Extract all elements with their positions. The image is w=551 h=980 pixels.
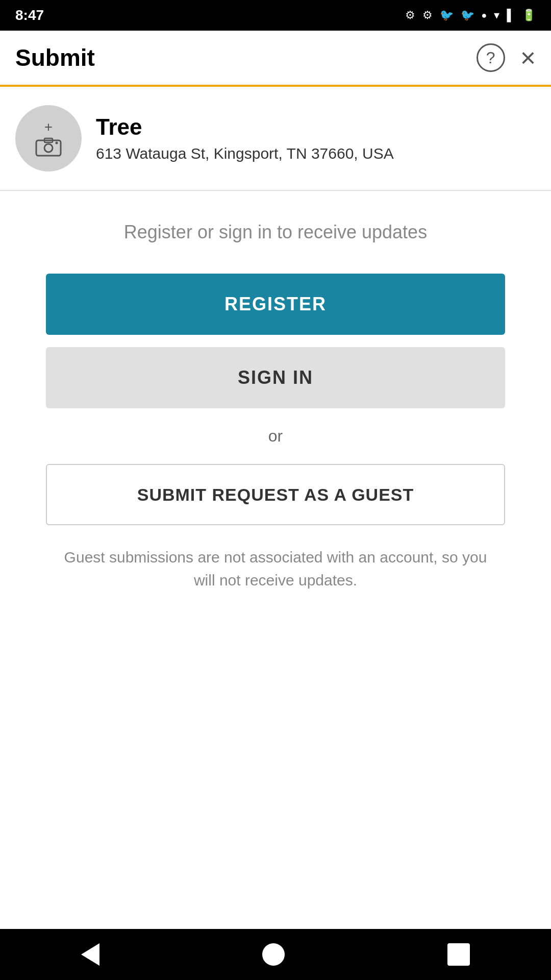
signal-icon: ▌ xyxy=(507,9,515,22)
top-bar: Submit ? × xyxy=(0,31,551,87)
signin-button[interactable]: SIGN IN xyxy=(46,347,505,408)
back-button[interactable] xyxy=(61,938,120,971)
or-divider: or xyxy=(268,427,283,446)
svg-point-3 xyxy=(56,142,58,144)
help-button[interactable]: ? xyxy=(477,43,505,72)
status-time: 8:47 xyxy=(15,7,44,23)
main-content: Register or sign in to receive updates R… xyxy=(0,191,551,929)
home-button[interactable] xyxy=(242,938,305,971)
close-button[interactable]: × xyxy=(520,44,536,71)
register-button[interactable]: REGISTER xyxy=(46,274,505,335)
camera-icon xyxy=(35,135,62,157)
register-prompt: Register or sign in to receive updates xyxy=(124,222,427,243)
add-photo-button[interactable]: + xyxy=(15,105,82,172)
report-type-title: Tree xyxy=(96,114,394,140)
report-header: + Tree 613 Watauga St, Kingsport, TN 376… xyxy=(0,87,551,191)
settings2-icon: ⚙ xyxy=(422,9,433,22)
settings1-icon: ⚙ xyxy=(405,9,415,22)
bottom-nav xyxy=(0,929,551,980)
bird1-icon: 🐦 xyxy=(440,9,454,22)
dot-icon: ● xyxy=(482,10,487,21)
guest-note: Guest submissions are not associated wit… xyxy=(56,546,495,592)
recent-icon xyxy=(447,943,470,966)
report-address: 613 Watauga St, Kingsport, TN 37660, USA xyxy=(96,145,394,162)
battery-icon: 🔋 xyxy=(522,9,536,22)
svg-point-1 xyxy=(44,144,53,152)
status-icons: ⚙ ⚙ 🐦 🐦 ● ▾ ▌ 🔋 xyxy=(405,9,536,22)
status-bar: 8:47 ⚙ ⚙ 🐦 🐦 ● ▾ ▌ 🔋 xyxy=(0,0,551,31)
home-icon xyxy=(262,943,285,966)
back-icon xyxy=(81,943,99,966)
close-icon: × xyxy=(520,44,536,71)
help-icon: ? xyxy=(477,43,505,72)
page-title: Submit xyxy=(15,44,95,71)
guest-submit-button[interactable]: SUBMIT REQUEST AS A GUEST xyxy=(46,464,505,525)
top-bar-actions: ? × xyxy=(477,43,536,72)
report-info: Tree 613 Watauga St, Kingsport, TN 37660… xyxy=(96,114,394,162)
plus-icon: + xyxy=(44,120,53,134)
recent-button[interactable] xyxy=(427,938,490,971)
bird2-icon: 🐦 xyxy=(461,9,474,22)
wifi-icon: ▾ xyxy=(494,9,499,22)
